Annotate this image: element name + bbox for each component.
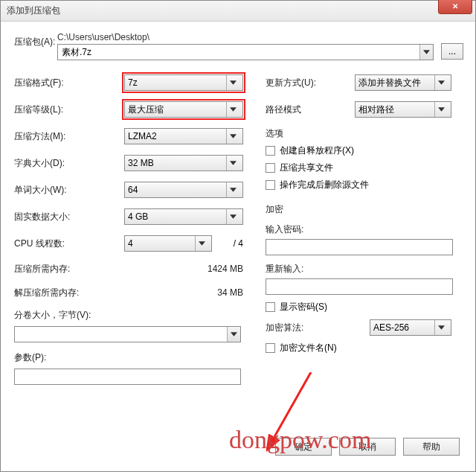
browse-label: ... bbox=[448, 46, 456, 57]
format-select[interactable]: 7z bbox=[124, 74, 243, 91]
format-value: 7z bbox=[128, 77, 138, 88]
cpu-label: CPU 线程数: bbox=[14, 237, 124, 250]
chevron-down-icon[interactable] bbox=[226, 156, 239, 170]
dict-value: 32 MB bbox=[128, 158, 154, 168]
word-label: 单词大小(W): bbox=[14, 184, 124, 197]
archive-path: C:\Users\user\Desktop\ bbox=[57, 32, 434, 42]
format-label: 压缩格式(F): bbox=[14, 77, 124, 89]
archive-filename-combobox[interactable]: 素材.7z bbox=[57, 44, 434, 60]
level-value: 最大压缩 bbox=[128, 103, 164, 116]
chevron-down-icon[interactable] bbox=[419, 45, 433, 60]
cpu-select[interactable]: 4 bbox=[124, 235, 212, 252]
method-value: LZMA2 bbox=[128, 131, 157, 141]
chevron-down-icon[interactable] bbox=[434, 102, 448, 117]
dialog-window: 添加到压缩包 压缩包(A): C:\Users\user\Desktop\ 素材… bbox=[0, 0, 476, 472]
cpu-value: 4 bbox=[128, 238, 133, 249]
algo-select[interactable]: AES-256 bbox=[370, 319, 451, 336]
word-select[interactable]: 64 bbox=[124, 182, 243, 198]
cpu-total: / 4 bbox=[212, 238, 243, 249]
chevron-down-icon[interactable] bbox=[227, 327, 240, 342]
pathmode-value: 相对路径 bbox=[358, 103, 394, 116]
sfx-checkbox[interactable] bbox=[266, 146, 275, 156]
algo-label: 加密算法: bbox=[266, 322, 370, 334]
password-confirm-input[interactable] bbox=[266, 278, 453, 295]
mem-compress-value: 1424 MB bbox=[124, 264, 243, 274]
dict-label: 字典大小(D): bbox=[14, 157, 124, 170]
chevron-down-icon[interactable] bbox=[434, 75, 448, 90]
method-label: 压缩方法(M): bbox=[14, 130, 124, 143]
left-column: 压缩格式(F): 7z 压缩等级(L): 最大压缩 压缩方法(M): bbox=[14, 74, 252, 385]
mem-decompress-value: 34 MB bbox=[124, 287, 243, 298]
encrypt-names-checkbox[interactable] bbox=[266, 343, 275, 353]
show-password-checkbox[interactable] bbox=[266, 302, 275, 312]
options-title: 选项 bbox=[266, 127, 463, 140]
word-value: 64 bbox=[128, 185, 138, 195]
right-column: 更新方式(U): 添加并替换文件 路径模式 相对路径 选项 bbox=[266, 74, 463, 385]
browse-button[interactable]: ... bbox=[441, 43, 463, 60]
update-select[interactable]: 添加并替换文件 bbox=[355, 74, 451, 91]
archive-label: 压缩包(A): bbox=[14, 32, 57, 48]
show-password-label: 显示密码(S) bbox=[280, 301, 327, 313]
password-confirm-label: 重新输入: bbox=[266, 263, 463, 275]
chevron-down-icon[interactable] bbox=[226, 102, 239, 117]
mem-compress-label: 压缩所需内存: bbox=[14, 263, 124, 275]
share-checkbox[interactable] bbox=[266, 163, 275, 173]
archive-filename-text: 素材.7z bbox=[58, 46, 419, 59]
chevron-down-icon[interactable] bbox=[226, 209, 239, 224]
delete-label: 操作完成后删除源文件 bbox=[280, 179, 369, 191]
chevron-down-icon[interactable] bbox=[226, 182, 239, 197]
archive-row: 压缩包(A): C:\Users\user\Desktop\ 素材.7z ... bbox=[14, 32, 463, 60]
update-value: 添加并替换文件 bbox=[358, 77, 421, 89]
chevron-down-icon[interactable] bbox=[226, 75, 239, 90]
watermark: dongpow.com bbox=[229, 426, 371, 454]
titlebar[interactable]: 添加到压缩包 bbox=[1, 1, 475, 22]
method-select[interactable]: LZMA2 bbox=[124, 128, 243, 144]
chevron-down-icon[interactable] bbox=[195, 236, 208, 251]
pathmode-label: 路径模式 bbox=[266, 103, 355, 116]
chevron-down-icon[interactable] bbox=[434, 320, 448, 335]
password-input[interactable] bbox=[266, 239, 453, 255]
solid-select[interactable]: 4 GB bbox=[124, 208, 243, 225]
solid-label: 固实数据大小: bbox=[14, 211, 124, 223]
dialog-content: 压缩包(A): C:\Users\user\Desktop\ 素材.7z ...… bbox=[1, 22, 475, 392]
share-label: 压缩共享文件 bbox=[280, 162, 333, 174]
dict-select[interactable]: 32 MB bbox=[124, 155, 243, 171]
params-input[interactable] bbox=[14, 369, 241, 385]
split-label: 分卷大小，字节(V): bbox=[14, 309, 91, 322]
split-combobox[interactable] bbox=[14, 326, 241, 342]
level-label: 压缩等级(L): bbox=[14, 103, 124, 116]
window-title: 添加到压缩包 bbox=[7, 4, 60, 17]
mem-decompress-label: 解压缩所需内存: bbox=[14, 287, 124, 299]
algo-value: AES-256 bbox=[373, 322, 409, 333]
help-button[interactable]: 帮助 bbox=[403, 438, 460, 456]
level-select[interactable]: 最大压缩 bbox=[124, 101, 243, 118]
sfx-label: 创建自释放程序(X) bbox=[280, 144, 354, 157]
solid-value: 4 GB bbox=[128, 211, 148, 222]
delete-checkbox[interactable] bbox=[266, 180, 275, 190]
encrypt-title: 加密 bbox=[266, 203, 463, 216]
password-label: 输入密码: bbox=[266, 223, 463, 236]
pathmode-select[interactable]: 相对路径 bbox=[355, 101, 451, 118]
encrypt-names-label: 加密文件名(N) bbox=[280, 342, 337, 354]
params-label: 参数(P): bbox=[14, 351, 252, 364]
chevron-down-icon[interactable] bbox=[226, 129, 239, 144]
update-label: 更新方式(U): bbox=[266, 77, 355, 89]
close-icon[interactable] bbox=[438, 0, 472, 14]
